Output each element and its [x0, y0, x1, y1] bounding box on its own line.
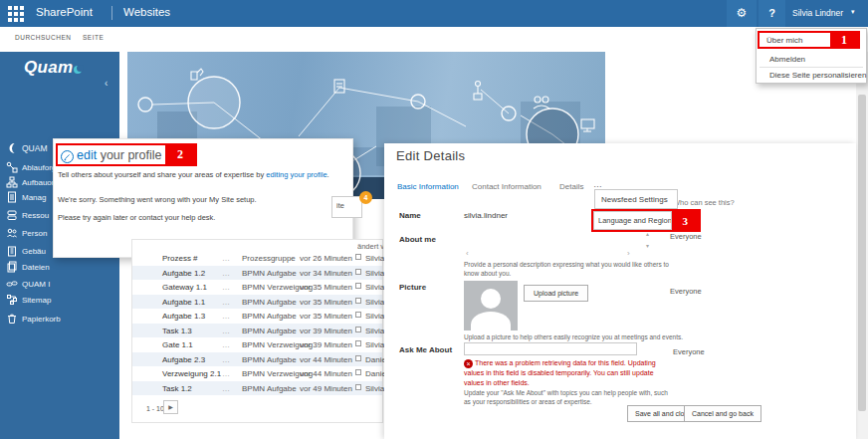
- sidebar-item-quam-i[interactable]: QUAM I: [0, 276, 119, 292]
- row-checkbox[interactable]: [355, 340, 361, 346]
- table-row[interactable]: Gate 1.1…BPMN Verzweigungvor 39 MinutenS…: [132, 337, 382, 352]
- popup-retry-text: Please try again later or contact your h…: [58, 213, 350, 222]
- trash-icon: [6, 313, 18, 325]
- name-field-label: Name: [399, 211, 421, 220]
- ellipsis-icon: …: [222, 355, 230, 364]
- table-row[interactable]: Aufgabe 1.3…BPMN Aufgabevor 35 MinutenSi…: [132, 309, 382, 324]
- user-name[interactable]: Silvia Lindner: [792, 8, 843, 18]
- who-can-see-label: Who can see this?: [673, 198, 735, 207]
- menu-item-newsfeed-settings[interactable]: Newsfeed Settings: [594, 189, 678, 209]
- ellipsis-icon: …: [222, 340, 230, 349]
- edit-details-panel: Edit Details Basic Information Contact I…: [384, 143, 856, 439]
- link-icon: [6, 278, 18, 290]
- upload-picture-button[interactable]: Upload picture: [524, 285, 588, 302]
- table-row[interactable]: Task 1.3…BPMN Aufgabevor 39 MinutenSilvi…: [132, 324, 382, 338]
- pagination-next-icon[interactable]: ▶: [163, 400, 178, 414]
- user-dropdown-menu: Über mich 1 Abmelden Diese Seite persona…: [756, 28, 867, 84]
- ask-me-about-help: Update your "Ask Me About" with topics y…: [464, 388, 668, 406]
- table-row[interactable]: Aufgabe 1.1…BPMN Aufgabevor 35 MinutenSi…: [132, 295, 382, 310]
- notification-badge: 4: [359, 191, 372, 204]
- help-icon[interactable]: ?: [759, 0, 785, 27]
- scroll-right-icon[interactable]: ›: [627, 249, 630, 258]
- sharepoint-screen: SharePoint Websites ⚙ ? Silvia Lindner ▾…: [0, 0, 868, 439]
- menu-item-personalize[interactable]: Diese Seite personalisieren: [769, 71, 866, 80]
- tab-basic-information[interactable]: Basic Information: [397, 182, 459, 191]
- menu-item-abmelden[interactable]: Abmelden: [769, 55, 805, 64]
- tab-overflow-icon[interactable]: …: [593, 179, 602, 189]
- suite-bar-section[interactable]: Websites: [123, 6, 170, 18]
- ellipsis-icon: …: [222, 298, 230, 307]
- scroll-left-icon[interactable]: ‹: [466, 249, 469, 258]
- table-row[interactable]: Aufgabe 2.3…BPMN Aufgabevor 44 MinutenDa…: [132, 352, 382, 367]
- org-chart-icon: [6, 176, 18, 188]
- partial-tab[interactable]: ite: [331, 196, 362, 218]
- row-checkbox[interactable]: [355, 298, 361, 304]
- ask-me-about-input[interactable]: [464, 342, 637, 355]
- picture-label: Picture: [399, 283, 426, 292]
- ellipsis-icon: …: [222, 312, 230, 321]
- suite-bar: SharePoint Websites ⚙ ? Silvia Lindner ▾: [0, 0, 868, 27]
- ask-me-about-label: Ask Me About: [399, 345, 452, 354]
- avatar: [464, 281, 518, 330]
- table-header-fragment: ändert v: [357, 242, 383, 251]
- app-launcher-icon[interactable]: [8, 6, 24, 22]
- ask-visibility: Everyone: [673, 347, 705, 356]
- ribbon-tab-seite[interactable]: SEITE: [83, 34, 104, 41]
- sidebar-item-sitemap[interactable]: Sitemap: [0, 292, 119, 308]
- sitemap-icon: [6, 294, 18, 306]
- annotation-marker-2: edit your profile 2: [56, 143, 197, 166]
- ask-me-about-error: ×There was a problem retrieving data for…: [464, 358, 671, 387]
- table-row[interactable]: Verzweigung 2.1…BPMN Verzweigungvor 44 M…: [132, 366, 382, 381]
- quam-logo-crescent-icon: [74, 66, 82, 74]
- about-me-label: About me: [399, 235, 436, 244]
- row-checkbox[interactable]: [355, 355, 361, 361]
- row-checkbox[interactable]: [355, 283, 361, 289]
- sharepoint-brand[interactable]: SharePoint: [36, 6, 93, 18]
- ellipsis-icon: …: [222, 269, 230, 278]
- table-row[interactable]: Gateway 1.1…BPMN Verzweigungvor 35 Minut…: [132, 280, 382, 295]
- row-checkbox[interactable]: [355, 254, 361, 260]
- quam-logo: Quam: [24, 58, 81, 78]
- sidebar-item-dateien[interactable]: Dateien: [0, 259, 119, 275]
- tab-contact-information[interactable]: Contact Information: [472, 182, 542, 191]
- table-row[interactable]: Task 1.2…BPMN Aufgabevor 49 MinutenSilvi…: [132, 381, 382, 396]
- edit-profile-link[interactable]: edit your profile: [58, 145, 165, 164]
- row-checkbox[interactable]: [355, 327, 361, 332]
- about-me-textarea[interactable]: ▴ ▾ ‹ ›: [464, 229, 653, 255]
- picture-visibility: Everyone: [670, 287, 702, 296]
- editing-your-profile-link[interactable]: editing your profile: [266, 170, 326, 179]
- menu-separator: [760, 67, 863, 68]
- annotation-marker-1: Über mich 1: [758, 31, 860, 49]
- picture-help: Upload a picture to help others easily r…: [464, 332, 703, 341]
- row-checkbox[interactable]: [355, 384, 361, 390]
- row-checkbox[interactable]: [355, 369, 361, 375]
- recent-changes-table: ändert v Prozess #…Prozessgruppevor 26 M…: [131, 239, 383, 423]
- process-flow-icon: [6, 161, 18, 173]
- document-icon: [6, 191, 18, 203]
- user-menu-caret-icon[interactable]: ▾: [851, 8, 855, 16]
- tab-details[interactable]: Details: [559, 182, 583, 191]
- row-checkbox[interactable]: [355, 269, 361, 275]
- ellipsis-icon: …: [222, 254, 230, 263]
- settings-gear-icon[interactable]: ⚙: [727, 0, 757, 27]
- files-icon: [6, 261, 18, 273]
- sidebar-collapse-icon[interactable]: ‹: [105, 78, 108, 89]
- page-scrollbar-thumb[interactable]: [858, 95, 866, 411]
- menu-item-language-and-region[interactable]: Language and Region: [593, 211, 672, 230]
- sidebar-item-papierkorb[interactable]: Papierkorb: [0, 311, 119, 327]
- page-title: Edit Details: [396, 148, 465, 163]
- ribbon-tab-durchsuchen[interactable]: DURCHSUCHEN: [15, 34, 71, 41]
- ellipsis-icon: …: [222, 283, 230, 292]
- scroll-down-icon[interactable]: ▾: [646, 242, 649, 249]
- cancel-button[interactable]: Cancel and go back: [684, 405, 761, 422]
- table-row[interactable]: Prozess #…Prozessgruppevor 26 MinutenSil…: [132, 251, 382, 266]
- ribbon-bar: DURCHSUCHEN SEITE: [0, 27, 868, 52]
- row-checkbox[interactable]: [355, 312, 361, 318]
- avatar-head-shape: [481, 289, 501, 309]
- suite-bar-divider: [111, 6, 112, 20]
- menu-item-ueber-mich[interactable]: Über mich: [760, 33, 830, 47]
- error-icon: ×: [464, 359, 473, 368]
- table-row[interactable]: Aufgabe 1.2…BPMN Aufgabevor 34 MinutenSi…: [132, 266, 382, 281]
- ellipsis-icon: …: [222, 384, 230, 393]
- moon-icon: [6, 142, 18, 154]
